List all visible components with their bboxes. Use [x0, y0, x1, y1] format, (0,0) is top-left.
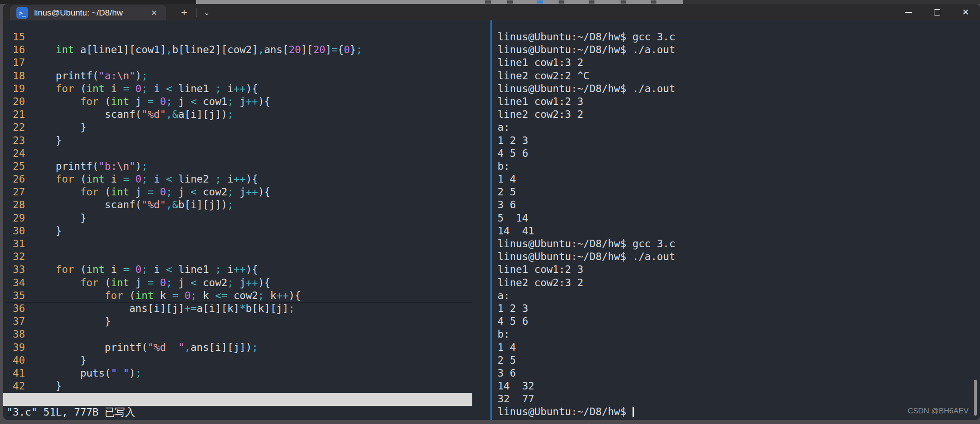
tab-close-icon[interactable]: ✕: [148, 8, 160, 18]
shell-lines: linus@Ubuntu:~/D8/hw$ gcc 3.clinus@Ubunt…: [498, 31, 675, 419]
terminal-line: 1 2 3: [498, 134, 675, 147]
minimize-button[interactable]: [894, 4, 922, 20]
tab-bar: >_ linus@Ubuntu: ~/D8/hw ✕ + ⌄ ✕: [3, 4, 980, 20]
vim-line: 21 scanf("%d",&a[i][j]);: [7, 108, 472, 121]
vim-line: 22 }: [7, 121, 472, 134]
maximize-button[interactable]: [922, 4, 951, 20]
terminal-line: linus@Ubuntu:~/D8/hw$ gcc 3.c: [498, 31, 675, 43]
terminal-line: line2 cow2:3 2: [498, 108, 675, 121]
vim-line: 40 }: [7, 354, 472, 367]
vim-line: 27 for (int j = 0; j < cow2; j++){: [7, 186, 472, 198]
vim-message: "3.c" 51L, 777B 已写入: [7, 406, 135, 419]
terminal-content: 15 16 int a[line1][cow1],b[line2][cow2],…: [3, 20, 980, 420]
terminal-line: 1 2 3: [498, 302, 675, 315]
vim-line: 16 int a[line1][cow1],b[line2][cow2],ans…: [7, 43, 472, 56]
background-edge-segment: [683, 0, 980, 4]
tab-dropdown-button[interactable]: ⌄: [200, 5, 214, 20]
background-edge-tick: [589, 0, 594, 4]
terminal-line: line2 cow2:2 ^C: [498, 70, 675, 82]
vim-line: 36 ans[i][j]+=a[i][k]*b[k][j];: [7, 302, 472, 315]
terminal-line: b:: [498, 328, 675, 341]
vim-line: 31: [7, 237, 472, 250]
vim-line: 42 }: [7, 380, 472, 393]
maximize-icon: [934, 9, 940, 16]
vim-line: 20 for (int j = 0; j < cow1; j++){: [7, 95, 472, 108]
vim-line: 39 printf("%d ",ans[i][j]);: [7, 341, 472, 354]
terminal-line: a:: [498, 289, 675, 302]
vim-line: 32: [7, 250, 472, 263]
terminal-line: linus@Ubuntu:~/D8/hw$ ./a.out: [498, 43, 675, 56]
window-controls: ✕: [894, 4, 980, 20]
close-button[interactable]: ✕: [951, 4, 980, 20]
terminal-line: 14 32: [498, 380, 675, 393]
terminal-line: linus@Ubuntu:~/D8/hw$ ./a.out: [498, 250, 675, 263]
terminal-line: 1 4: [498, 341, 675, 354]
terminal-line: 2 5: [498, 186, 675, 198]
tab-title: linus@Ubuntu: ~/D8/hw: [34, 8, 123, 18]
terminal-line: 3 6: [498, 198, 675, 211]
vim-line: 17: [7, 56, 472, 69]
vim-line: 37 }: [7, 315, 472, 328]
background-edge-tick: [507, 0, 513, 4]
vim-statusline: 3.c 35,23-32 60%: [3, 393, 472, 406]
terminal-line: line2 cow2:3 2: [498, 276, 675, 289]
terminal-line: linus@Ubuntu:~/D8/hw$ ./a.out: [498, 82, 675, 95]
vim-line: 35 for (int k = 0; k <= cow2; k++){: [7, 289, 472, 302]
watermark: CSDN @BH6AEV: [908, 407, 968, 416]
vim-line: 26 for (int i = 0; i < line2 ; i++){: [7, 173, 472, 186]
vim-line: 34 for (int j = 0; j < cow2; j++){: [7, 276, 472, 289]
vim-line: 29 }: [7, 212, 472, 225]
terminal-line: line1 cow1:2 3: [498, 263, 675, 276]
terminal-line: b:: [498, 160, 675, 173]
text-cursor: [633, 407, 634, 417]
terminal-line: linus@Ubuntu:~/D8/hw$ gcc 3.c: [498, 237, 675, 250]
terminal-line: line1 cow1:2 3: [498, 95, 675, 108]
vim-line: 30 }: [7, 225, 472, 237]
vim-line: 23 }: [7, 134, 472, 147]
vim-pane[interactable]: 15 16 int a[line1][cow1],b[line2][cow2],…: [3, 20, 490, 420]
background-edge-segment: [0, 0, 196, 4]
vim-line: 15: [7, 31, 472, 43]
terminal-line: 14 41: [498, 225, 675, 237]
vim-line: 28 scanf("%d",&b[i][j]);: [7, 198, 472, 211]
vim-line: 33 for (int i = 0; i < line1 ; i++){: [7, 263, 472, 276]
terminal-line: 5 14: [498, 212, 675, 225]
background-app-edge: [0, 0, 980, 4]
terminal-line: line1 cow1:3 2: [498, 56, 675, 69]
tabbar-separator: [196, 8, 197, 17]
shell-pane[interactable]: linus@Ubuntu:~/D8/hw$ gcc 3.clinus@Ubunt…: [492, 20, 978, 420]
terminal-window: >_ linus@Ubuntu: ~/D8/hw ✕ + ⌄ ✕ 15 16 i…: [3, 4, 980, 420]
background-edge-tick: [537, 0, 543, 4]
terminal-prompt-line: linus@Ubuntu:~/D8/hw$: [498, 405, 675, 418]
terminal-line: 2 5: [498, 354, 675, 367]
background-edge-tick: [559, 0, 564, 4]
vim-line: 41 puts(" ");: [7, 367, 472, 380]
vim-line: 38: [7, 328, 472, 341]
powershell-icon: >_: [16, 7, 28, 19]
scrollbar-thumb[interactable]: [974, 380, 977, 416]
terminal-line: 1 4: [498, 173, 675, 186]
vim-line: 25 printf("b:\n");: [7, 160, 472, 173]
background-edge-tick: [651, 0, 656, 4]
terminal-line: 32 77: [498, 393, 675, 405]
vim-line: 24: [7, 147, 472, 160]
vim-line: 18 printf("a:\n");: [7, 70, 472, 82]
background-edge-segment: [196, 0, 683, 4]
background-edge-tick: [621, 0, 626, 4]
vim-lines: 15 16 int a[line1][cow1],b[line2][cow2],…: [7, 31, 472, 393]
terminal-line: 3 6: [498, 367, 675, 380]
tab-linus-ubuntu[interactable]: >_ linus@Ubuntu: ~/D8/hw ✕: [10, 5, 166, 20]
statusline-ruler-position: 35,23-32: [361, 419, 410, 420]
background-edge-tick: [485, 0, 491, 4]
minimize-icon: [905, 12, 912, 13]
vim-line: 19 for (int i = 0; i < line1 ; i++){: [7, 82, 472, 95]
terminal-line: a:: [498, 121, 675, 134]
new-tab-button[interactable]: +: [177, 5, 192, 20]
terminal-line: 4 5 6: [498, 315, 675, 328]
terminal-line: 4 5 6: [498, 147, 675, 160]
